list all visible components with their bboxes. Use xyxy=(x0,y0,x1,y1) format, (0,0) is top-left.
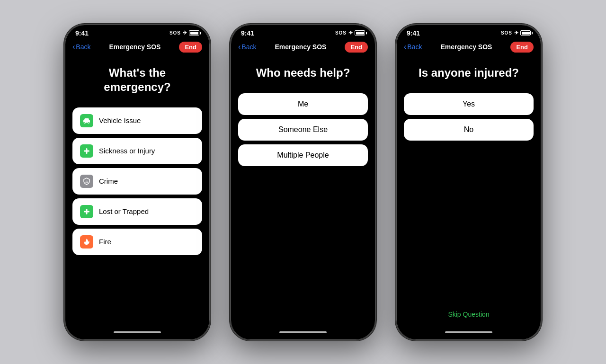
nav-bar-2: ‹ Back Emergency SOS End xyxy=(231,40,375,56)
option-vehicle-issue[interactable]: Vehicle Issue xyxy=(72,107,202,134)
option-yes[interactable]: Yes xyxy=(404,93,534,115)
vehicle-icon xyxy=(80,114,93,127)
signal-icon-1: SOS xyxy=(169,30,181,36)
option-me[interactable]: Me xyxy=(238,93,368,115)
status-bar-2: 9:41 SOS ✈ xyxy=(231,25,375,40)
screen-content-3: Is anyone injured? Yes No Skip Question xyxy=(396,56,541,328)
me-label: Me xyxy=(298,100,308,108)
option-sickness-injury[interactable]: Sickness or Injury xyxy=(72,138,202,164)
svg-rect-10 xyxy=(84,211,89,212)
airplane-icon-2: ✈ xyxy=(348,30,353,36)
phone-1: 9:41 SOS ✈ ‹ Back Emergency SOS End What… xyxy=(64,24,211,341)
vehicle-label: Vehicle Issue xyxy=(99,116,141,124)
lost-icon xyxy=(80,205,93,218)
svg-point-4 xyxy=(84,122,85,123)
status-icons-1: SOS ✈ xyxy=(169,30,199,36)
screen-content-1: What's theemergency? Vehicle Issue xyxy=(65,56,210,328)
options-list-3: Yes No xyxy=(404,93,534,141)
back-label-3: Back xyxy=(407,43,422,51)
signal-icon-2: SOS xyxy=(335,30,347,36)
status-bar-1: 9:41 SOS ✈ xyxy=(65,25,210,40)
lost-label: Lost or Trapped xyxy=(99,207,149,215)
main-question-3: Is anyone injured? xyxy=(419,66,519,80)
svg-text:⚖: ⚖ xyxy=(85,180,88,183)
option-no[interactable]: No xyxy=(404,119,534,141)
status-time-1: 9:41 xyxy=(75,29,89,37)
battery-icon-1 xyxy=(189,30,199,36)
airplane-icon-1: ✈ xyxy=(183,30,187,36)
back-label-1: Back xyxy=(76,43,90,51)
status-icons-2: SOS ✈ xyxy=(335,30,365,36)
svg-marker-1 xyxy=(84,118,89,120)
end-button-1[interactable]: End xyxy=(179,42,202,53)
airplane-icon-3: ✈ xyxy=(514,30,518,36)
svg-rect-7 xyxy=(84,150,89,151)
battery-icon-3 xyxy=(520,30,531,36)
no-label: No xyxy=(464,125,473,134)
back-button-1[interactable]: ‹ Back xyxy=(72,43,90,51)
status-time-3: 9:41 xyxy=(407,29,420,37)
options-list-1: Vehicle Issue Sickness or Injury ⚖ xyxy=(72,107,202,255)
status-bar-3: 9:41 SOS ✈ xyxy=(396,25,541,40)
options-list-2: Me Someone Else Multiple People xyxy=(238,93,368,166)
nav-title-2: Emergency SOS xyxy=(275,43,326,51)
home-indicator-1 xyxy=(65,328,210,337)
phone-3: 9:41 SOS ✈ ‹ Back Emergency SOS End Is a… xyxy=(395,24,542,341)
screen-content-2: Who needs help? Me Someone Else Multiple… xyxy=(231,56,375,328)
home-indicator-2 xyxy=(231,328,375,337)
nav-title-1: Emergency SOS xyxy=(109,43,160,51)
nav-bar-3: ‹ Back Emergency SOS End xyxy=(396,40,541,56)
option-fire[interactable]: Fire xyxy=(72,229,202,255)
battery-icon-2 xyxy=(355,30,365,36)
fire-icon xyxy=(80,235,93,249)
option-someone-else[interactable]: Someone Else xyxy=(238,119,368,141)
crime-label: Crime xyxy=(99,177,118,185)
main-question-2: Who needs help? xyxy=(256,66,350,80)
nav-title-3: Emergency SOS xyxy=(440,43,492,51)
status-icons-3: SOS ✈ xyxy=(501,30,531,36)
multiple-people-label: Multiple People xyxy=(277,151,329,160)
sickness-label: Sickness or Injury xyxy=(99,147,155,155)
option-crime[interactable]: ⚖ Crime xyxy=(72,168,202,195)
status-time-2: 9:41 xyxy=(241,29,254,37)
end-button-3[interactable]: End xyxy=(510,42,534,53)
yes-label: Yes xyxy=(463,100,475,108)
svg-point-5 xyxy=(88,122,89,123)
option-lost-trapped[interactable]: Lost or Trapped xyxy=(72,198,202,225)
sickness-icon xyxy=(80,144,93,158)
main-question-1: What's theemergency? xyxy=(104,66,170,94)
home-indicator-3 xyxy=(396,328,541,337)
someone-else-label: Someone Else xyxy=(278,125,328,134)
skip-question-link[interactable]: Skip Question xyxy=(448,311,489,318)
option-multiple-people[interactable]: Multiple People xyxy=(238,144,368,166)
back-button-2[interactable]: ‹ Back xyxy=(238,43,256,51)
back-label-2: Back xyxy=(241,43,256,51)
fire-label: Fire xyxy=(99,238,111,246)
phone-2: 9:41 SOS ✈ ‹ Back Emergency SOS End Who … xyxy=(230,24,376,341)
crime-icon: ⚖ xyxy=(80,175,93,188)
back-button-3[interactable]: ‹ Back xyxy=(404,43,422,51)
nav-bar-1: ‹ Back Emergency SOS End xyxy=(65,40,210,56)
end-button-2[interactable]: End xyxy=(345,42,368,53)
signal-icon-3: SOS xyxy=(501,30,512,36)
